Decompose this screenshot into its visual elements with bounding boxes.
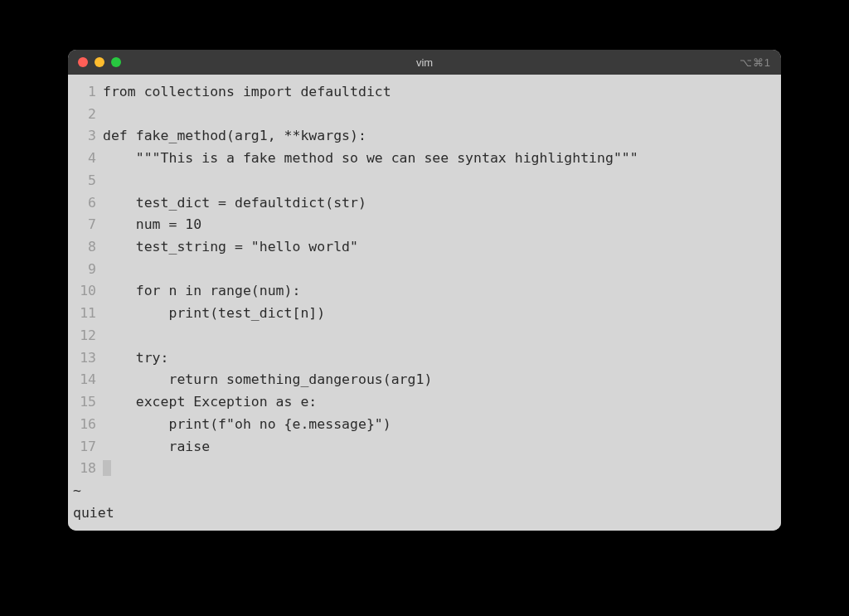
code-line: 5 (68, 170, 781, 192)
code-line: 1from collections import defaultdict (68, 81, 781, 104)
editor-area[interactable]: 1from collections import defaultdict 2 3… (68, 75, 781, 531)
code-line: 11 print(test_dict[n]) (68, 303, 781, 325)
code-text: from collections import defaultdict (103, 81, 781, 104)
cursor-icon (103, 460, 111, 476)
line-number: 16 (68, 414, 103, 436)
line-number: 13 (68, 347, 103, 370)
line-number: 2 (68, 104, 103, 126)
terminal-window: vim ⌥⌘1 1from collections import default… (68, 50, 781, 531)
code-line: 16 print(f"oh no {e.message}") (68, 414, 781, 436)
line-number: 18 (68, 458, 103, 480)
close-icon[interactable] (78, 57, 88, 67)
code-line: 17 raise (68, 436, 781, 458)
code-text (103, 259, 781, 281)
window-shortcut-label: ⌥⌘1 (740, 56, 771, 69)
code-line: 13 try: (68, 347, 781, 370)
status-text: quiet (68, 502, 114, 528)
line-number: 14 (68, 369, 103, 391)
code-line: 9 (68, 259, 781, 281)
titlebar: vim ⌥⌘1 (68, 50, 781, 75)
code-line: 15 except Exception as e: (68, 391, 781, 414)
status-line: quiet (68, 502, 781, 528)
line-number: 1 (68, 81, 103, 104)
code-text: """This is a fake method so we can see s… (103, 148, 781, 170)
code-line: 8 test_string = "hello world" (68, 236, 781, 259)
code-text (103, 104, 781, 126)
code-line: 12 (68, 325, 781, 347)
code-line: 2 (68, 104, 781, 126)
code-text: def fake_method(arg1, **kwargs): (103, 125, 781, 148)
line-number: 11 (68, 303, 103, 325)
line-number: 3 (68, 125, 103, 148)
code-line: 14 return something_dangerous(arg1) (68, 369, 781, 391)
code-text: test_dict = defaultdict(str) (103, 192, 781, 215)
minimize-icon[interactable] (95, 57, 104, 67)
code-line: 4 """This is a fake method so we can see… (68, 148, 781, 170)
code-text: num = 10 (103, 214, 781, 236)
line-number: 9 (68, 259, 103, 281)
code-text: for n in range(num): (103, 280, 781, 303)
code-line: 3def fake_method(arg1, **kwargs): (68, 125, 781, 148)
code-text (103, 325, 781, 347)
line-number: 15 (68, 391, 103, 414)
code-text (103, 458, 781, 480)
code-text: print(f"oh no {e.message}") (103, 414, 781, 436)
code-line: 6 test_dict = defaultdict(str) (68, 192, 781, 215)
zoom-icon[interactable] (111, 57, 121, 67)
code-text: test_string = "hello world" (103, 236, 781, 259)
traffic-lights (78, 57, 121, 67)
line-number: 12 (68, 325, 103, 347)
window-title: vim (68, 56, 781, 69)
line-number: 4 (68, 148, 103, 170)
code-line: 18 (68, 458, 781, 480)
code-text: except Exception as e: (103, 391, 781, 414)
code-text (103, 170, 781, 192)
code-text: try: (103, 347, 781, 370)
tilde-marker: ~ (68, 480, 81, 502)
line-number: 6 (68, 192, 103, 215)
code-line: 10 for n in range(num): (68, 280, 781, 303)
line-number: 10 (68, 280, 103, 303)
code-text: raise (103, 436, 781, 458)
tilde-line: ~ (68, 480, 781, 502)
line-number: 5 (68, 170, 103, 192)
line-number: 7 (68, 214, 103, 236)
line-number: 8 (68, 236, 103, 259)
code-line: 7 num = 10 (68, 214, 781, 236)
line-number: 17 (68, 436, 103, 458)
code-text: print(test_dict[n]) (103, 303, 781, 325)
code-text: return something_dangerous(arg1) (103, 369, 781, 391)
